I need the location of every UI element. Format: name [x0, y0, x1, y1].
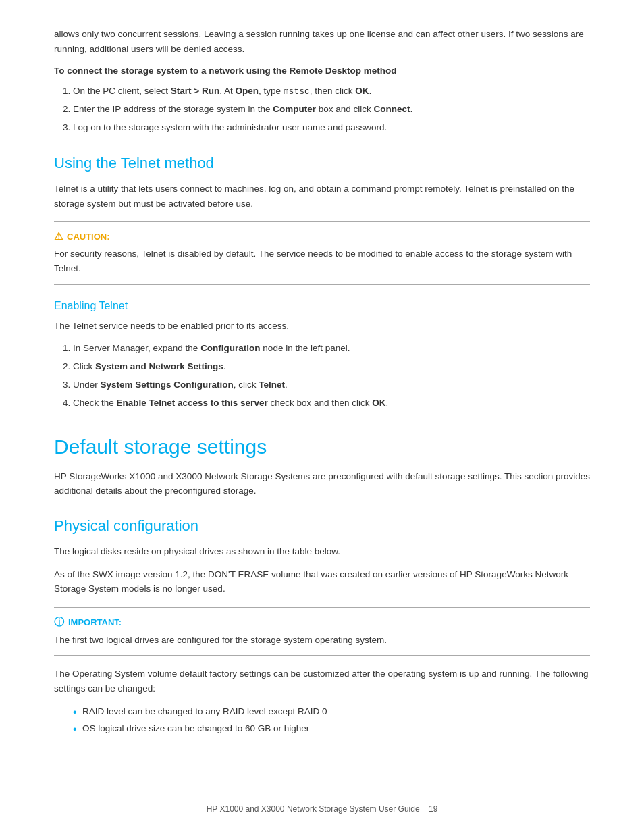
remote-desktop-steps: On the PC client, select Start > Run. At…: [73, 84, 590, 136]
enabling-step-2: Click System and Network Settings.: [73, 359, 590, 375]
important-icon: ⓘ: [54, 616, 64, 629]
step-3: Log on to the storage system with the ad…: [73, 120, 590, 136]
footer-text: HP X1000 and X3000 Network Storage Syste…: [207, 804, 420, 814]
enabling-step-4: Check the Enable Telnet access to this s…: [73, 396, 590, 411]
enabling-step-3: Under System Settings Configuration, cli…: [73, 377, 590, 393]
enabling-step-1-text: In Server Manager, expand the Configurat…: [73, 343, 350, 353]
enabling-step-1: In Server Manager, expand the Configurat…: [73, 341, 590, 357]
remote-desktop-heading: To connect the storage system to a netwo…: [54, 66, 590, 76]
default-storage-heading: Default storage settings: [54, 436, 590, 459]
telnet-section-body: Telnet is a utility that lets users conn…: [54, 182, 590, 211]
step-2-text: Enter the IP address of the storage syst…: [73, 104, 412, 114]
caution-text: For security reasons, Telnet is disabled…: [54, 246, 590, 276]
step-1: On the PC client, select Start > Run. At…: [73, 84, 590, 99]
enabling-step-3-text: Under System Settings Configuration, cli…: [73, 380, 288, 390]
important-label-text: IMPORTANT:: [68, 617, 122, 627]
enabling-step-4-text: Check the Enable Telnet access to this s…: [73, 398, 388, 408]
os-bullet-2-text: OS logical drive size can be changed to …: [82, 723, 309, 733]
os-bullet-2: OS logical drive size can be changed to …: [73, 721, 590, 737]
caution-label: ⚠ CAUTION:: [54, 230, 590, 242]
important-label: ⓘ IMPORTANT:: [54, 616, 590, 629]
page-footer: HP X1000 and X3000 Network Storage Syste…: [0, 804, 644, 814]
os-body: The Operating System volume default fact…: [54, 667, 590, 696]
default-storage-body: HP StorageWorks X1000 and X3000 Network …: [54, 469, 590, 498]
telnet-section-heading: Using the Telnet method: [54, 155, 590, 172]
page: allows only two concurrent sessions. Lea…: [0, 0, 644, 834]
footer-page-num: 19: [429, 804, 437, 814]
physical-config-heading: Physical configuration: [54, 517, 590, 535]
enabling-telnet-body: The Telnet service needs to be enabled p…: [54, 319, 590, 334]
intro-paragraph: allows only two concurrent sessions. Lea…: [54, 27, 590, 56]
physical-body-1: The logical disks reside on physical dri…: [54, 544, 590, 559]
enabling-telnet-steps: In Server Manager, expand the Configurat…: [73, 341, 590, 411]
enabling-step-2-text: Click System and Network Settings.: [73, 361, 226, 371]
step-3-text: Log on to the storage system with the ad…: [73, 122, 387, 132]
caution-box: ⚠ CAUTION: For security reasons, Telnet …: [54, 221, 590, 284]
os-bullet-1: RAID level can be changed to any RAID le…: [73, 704, 590, 720]
os-bullets: RAID level can be changed to any RAID le…: [73, 704, 590, 737]
os-bullet-1-text: RAID level can be changed to any RAID le…: [82, 706, 327, 716]
important-box: ⓘ IMPORTANT: The first two logical drive…: [54, 607, 590, 656]
physical-body-2: As of the SWX image version 1.2, the DON…: [54, 567, 590, 596]
caution-label-text: CAUTION:: [67, 232, 110, 242]
caution-icon: ⚠: [54, 230, 63, 242]
important-text: The first two logical drives are configu…: [54, 633, 590, 648]
step-2: Enter the IP address of the storage syst…: [73, 102, 590, 118]
step-1-text: On the PC client, select Start > Run. At…: [73, 86, 371, 96]
enabling-telnet-heading: Enabling Telnet: [54, 300, 590, 312]
